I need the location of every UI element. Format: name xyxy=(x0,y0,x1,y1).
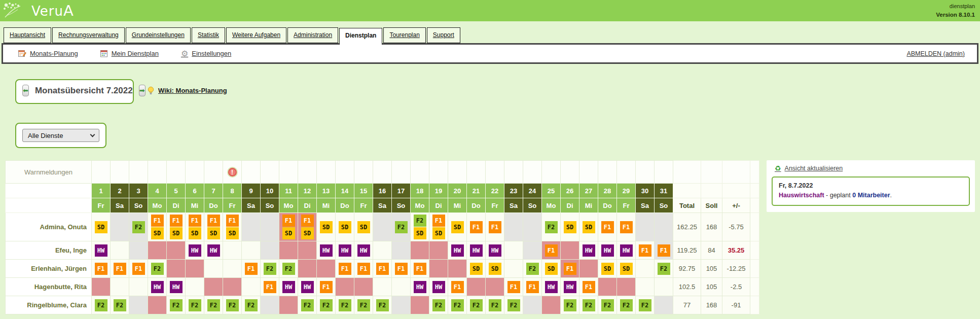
roster-cell[interactable]: F1 xyxy=(561,260,579,278)
roster-cell[interactable]: F2 xyxy=(279,260,298,278)
roster-cell[interactable] xyxy=(167,241,186,260)
roster-cell[interactable] xyxy=(354,278,373,296)
roster-cell[interactable]: F1 xyxy=(317,278,336,296)
roster-cell[interactable]: HW xyxy=(336,241,354,260)
roster-cell[interactable]: HW xyxy=(354,241,373,260)
roster-cell[interactable]: HW xyxy=(579,241,598,260)
roster-cell[interactable]: F2 xyxy=(336,296,354,314)
roster-cell[interactable]: F1 xyxy=(129,260,148,278)
roster-cell[interactable]: SD xyxy=(542,260,561,278)
roster-cell[interactable] xyxy=(542,296,561,314)
roster-cell[interactable]: F2 xyxy=(655,260,673,278)
roster-cell[interactable] xyxy=(636,260,655,278)
roster-cell[interactable]: F2 xyxy=(392,213,411,241)
roster-cell[interactable]: SD xyxy=(467,260,486,278)
roster-cell[interactable] xyxy=(448,260,467,278)
roster-cell[interactable]: F2 xyxy=(148,260,167,278)
roster-cell[interactable] xyxy=(336,278,354,296)
next-month-button[interactable]: ➡ xyxy=(139,85,146,96)
roster-cell[interactable]: F1 xyxy=(636,241,655,260)
tab-hauptansicht[interactable]: Hauptansicht xyxy=(4,27,51,43)
roster-cell[interactable]: F1 xyxy=(579,278,598,296)
roster-cell[interactable]: F1 xyxy=(411,260,429,278)
service-filter-select[interactable]: Alle Dienste xyxy=(22,129,99,142)
roster-cell[interactable]: F2 xyxy=(617,296,636,314)
roster-cell[interactable] xyxy=(242,213,261,241)
roster-cell[interactable]: F2 xyxy=(261,260,279,278)
tab-grundeinstellungen[interactable]: Grundeinstellungen xyxy=(126,27,191,43)
roster-cell[interactable] xyxy=(467,278,486,296)
roster-cell[interactable] xyxy=(373,213,392,241)
roster-cell[interactable] xyxy=(523,296,542,314)
roster-cell[interactable]: SD xyxy=(598,260,617,278)
roster-cell[interactable]: F2 xyxy=(354,296,373,314)
roster-cell[interactable] xyxy=(655,213,673,241)
toolbar-link-einstellungen[interactable]: ⚙Einstellungen xyxy=(181,50,231,58)
roster-cell[interactable] xyxy=(92,278,111,296)
roster-cell[interactable] xyxy=(148,296,167,314)
roster-cell[interactable]: HW xyxy=(411,278,429,296)
roster-cell[interactable] xyxy=(579,260,598,278)
roster-cell[interactable]: F1 xyxy=(504,278,523,296)
refresh-link[interactable]: ♻ Ansicht aktualisieren xyxy=(775,165,970,172)
roster-cell[interactable] xyxy=(111,241,129,260)
roster-cell[interactable]: SD xyxy=(354,213,373,241)
roster-cell[interactable]: F1SD xyxy=(429,213,448,241)
roster-cell[interactable]: F1 xyxy=(354,260,373,278)
roster-cell[interactable] xyxy=(298,260,317,278)
roster-cell[interactable]: HW xyxy=(486,241,504,260)
tab-tourenplan[interactable]: Tourenplan xyxy=(383,27,425,43)
roster-cell[interactable]: HW xyxy=(92,241,111,260)
roster-cell[interactable]: F1 xyxy=(486,213,504,241)
roster-cell[interactable]: F2 xyxy=(186,296,204,314)
roster-cell[interactable]: F2 xyxy=(504,296,523,314)
prev-month-button[interactable]: ⬅ xyxy=(22,85,29,96)
roster-cell[interactable]: F1SD xyxy=(167,213,186,241)
roster-cell[interactable]: F2 xyxy=(467,296,486,314)
roster-cell[interactable]: F1 xyxy=(655,241,673,260)
roster-cell[interactable] xyxy=(655,296,673,314)
roster-cell[interactable]: F2 xyxy=(317,296,336,314)
roster-cell[interactable] xyxy=(167,260,186,278)
roster-cell[interactable]: F1 xyxy=(617,213,636,241)
roster-cell[interactable] xyxy=(186,278,204,296)
roster-cell[interactable] xyxy=(111,278,129,296)
roster-cell[interactable] xyxy=(373,278,392,296)
roster-cell[interactable] xyxy=(561,241,579,260)
roster-cell[interactable]: F1 xyxy=(242,260,261,278)
roster-cell[interactable]: F2 xyxy=(486,296,504,314)
roster-cell[interactable] xyxy=(242,241,261,260)
roster-cell[interactable]: SD xyxy=(448,213,467,241)
roster-cell[interactable] xyxy=(186,260,204,278)
roster-cell[interactable]: F1SD xyxy=(186,213,204,241)
roster-cell[interactable]: SD xyxy=(579,213,598,241)
roster-cell[interactable] xyxy=(504,213,523,241)
roster-cell[interactable]: F1 xyxy=(448,278,467,296)
roster-cell[interactable]: F1SD xyxy=(204,213,223,241)
roster-cell[interactable] xyxy=(261,241,279,260)
roster-cell[interactable]: F2 xyxy=(111,296,129,314)
roster-cell[interactable]: HW xyxy=(448,241,467,260)
roster-cell[interactable] xyxy=(392,241,411,260)
roster-cell[interactable]: F1 xyxy=(261,278,279,296)
roster-cell[interactable] xyxy=(598,278,617,296)
roster-cell[interactable]: F2 xyxy=(598,296,617,314)
roster-cell[interactable]: F2 xyxy=(298,296,317,314)
roster-cell[interactable]: F1 xyxy=(92,260,111,278)
roster-cell[interactable] xyxy=(261,213,279,241)
roster-cell[interactable] xyxy=(636,213,655,241)
roster-cell[interactable]: F2 xyxy=(579,296,598,314)
logout-link[interactable]: ABMELDEN (admin) xyxy=(906,50,965,57)
roster-cell[interactable] xyxy=(129,278,148,296)
roster-cell[interactable]: HW xyxy=(542,278,561,296)
roster-cell[interactable]: F2 xyxy=(636,296,655,314)
roster-cell[interactable]: HW xyxy=(429,278,448,296)
roster-cell[interactable]: F1SD xyxy=(148,213,167,241)
roster-cell[interactable] xyxy=(429,241,448,260)
roster-cell[interactable]: HW xyxy=(617,241,636,260)
roster-cell[interactable] xyxy=(129,241,148,260)
roster-cell[interactable] xyxy=(523,213,542,241)
roster-cell[interactable]: F1SD xyxy=(298,213,317,241)
roster-cell[interactable]: HW xyxy=(561,278,579,296)
roster-cell[interactable] xyxy=(261,296,279,314)
